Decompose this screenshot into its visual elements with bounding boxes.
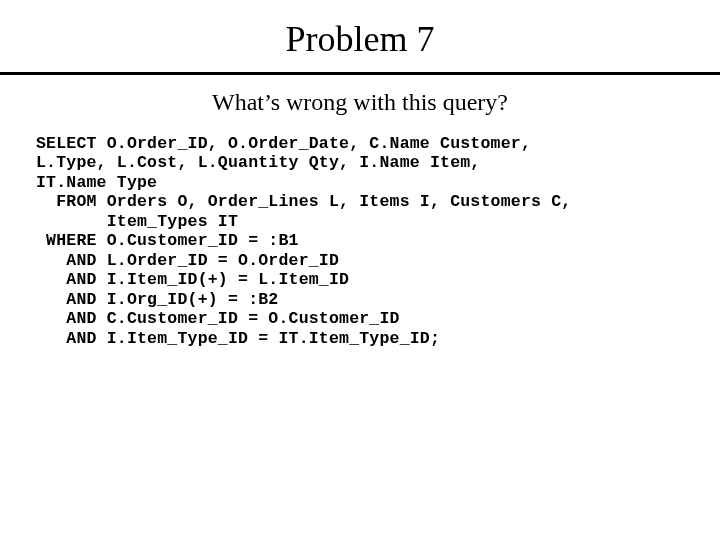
slide-subtitle: What’s wrong with this query? [36,89,684,116]
slide-title: Problem 7 [36,18,684,60]
title-divider [0,72,720,75]
slide-container: Problem 7 What’s wrong with this query? … [0,0,720,540]
sql-code-block: SELECT O.Order_ID, O.Order_Date, C.Name … [36,134,684,348]
